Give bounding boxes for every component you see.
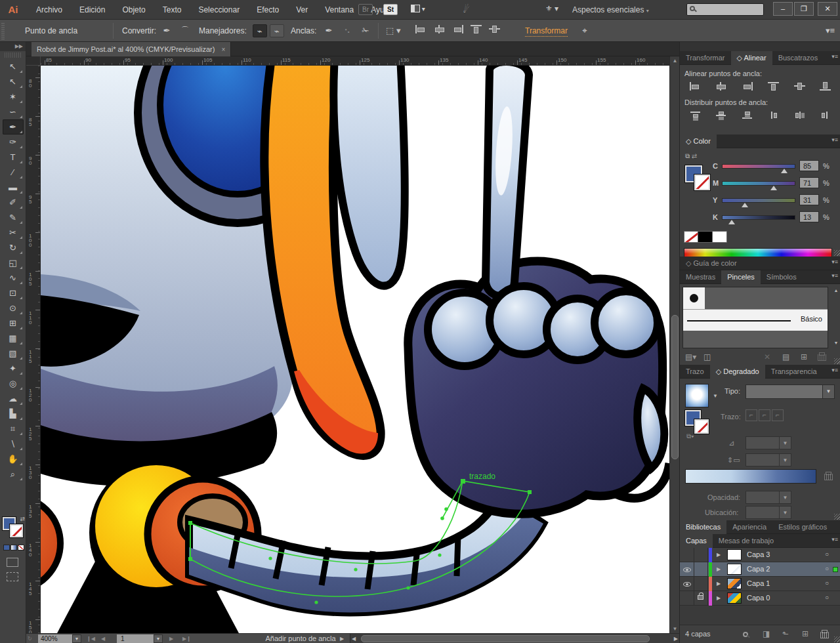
gradient-mode-button[interactable] bbox=[10, 545, 17, 550]
menu-item-ventana[interactable]: Ventana bbox=[316, 0, 362, 20]
curvature-tool[interactable]: ✑ bbox=[3, 135, 24, 150]
tab-buscatrazos[interactable]: Buscatrazos bbox=[772, 51, 824, 65]
zoom-level-field[interactable]: 400% bbox=[38, 634, 72, 643]
minimize-button[interactable]: – bbox=[773, 2, 793, 16]
white-swatch[interactable] bbox=[713, 231, 727, 243]
rotate-tool[interactable]: ↻ bbox=[3, 240, 24, 255]
layer-row-capa-0[interactable]: ▶Capa 0○ bbox=[680, 591, 840, 606]
gradient-thumbnail[interactable] bbox=[685, 384, 709, 407]
canvas[interactable]: trazado bbox=[41, 66, 669, 633]
notifications-bell-icon[interactable]: ⚜ ▾ bbox=[543, 4, 560, 15]
eye-icon[interactable] bbox=[683, 568, 691, 572]
slice-tool[interactable]: ∖ bbox=[3, 436, 24, 451]
visibility-cell[interactable] bbox=[680, 577, 694, 591]
expand-triangle-icon[interactable]: ▶ bbox=[717, 595, 721, 601]
gradient-type-select[interactable]: ▼ bbox=[746, 384, 835, 399]
distribute-right-icon[interactable] bbox=[817, 109, 834, 121]
pen-tool[interactable]: ✒ bbox=[3, 119, 24, 135]
new-brush-icon[interactable]: ⊞ bbox=[801, 352, 807, 362]
layer-target-icon[interactable]: ○ bbox=[825, 550, 829, 558]
channel-slider[interactable] bbox=[722, 164, 795, 169]
transform-bounding-icon[interactable]: ⬚ ▾ bbox=[386, 24, 400, 37]
brush-item-dot[interactable] bbox=[683, 287, 828, 309]
align-anchor-bottom-icon[interactable] bbox=[817, 80, 834, 93]
hand-tool[interactable]: ✋ bbox=[3, 451, 24, 467]
expand-triangle-icon[interactable]: ▶ bbox=[717, 581, 721, 587]
brush-list[interactable]: Básico bbox=[682, 287, 828, 348]
align-anchor-left-icon[interactable] bbox=[686, 80, 704, 93]
stock-icon[interactable]: St bbox=[383, 4, 398, 15]
align-top-icon[interactable] bbox=[469, 24, 483, 37]
cut-path-icon[interactable]: ✁ bbox=[358, 24, 373, 37]
layer-target-icon[interactable]: ○ bbox=[825, 565, 829, 572]
gradient-panel-menu-icon[interactable]: ▾≡ bbox=[831, 367, 838, 373]
scroll-right-icon[interactable]: ▶ bbox=[674, 634, 678, 643]
close-button[interactable]: ✕ bbox=[818, 2, 837, 16]
layer-thumbnail[interactable] bbox=[727, 564, 742, 575]
layer-thumbnail[interactable] bbox=[727, 592, 742, 604]
tab-apariencia[interactable]: Apariencia bbox=[726, 520, 772, 534]
align-middle-icon[interactable] bbox=[487, 24, 501, 37]
horizontal-ruler[interactable]: 8590951001051101151201251301351401451501… bbox=[41, 56, 669, 66]
zoom-dropdown-icon[interactable]: ▼ bbox=[72, 634, 81, 643]
locate-object-icon[interactable] bbox=[743, 630, 748, 639]
ruler-corner[interactable] bbox=[26, 56, 41, 66]
mesh-tool[interactable]: ▦ bbox=[3, 331, 24, 346]
tab-alinear[interactable]: ◇ Alinear bbox=[731, 51, 772, 65]
lock-cell[interactable] bbox=[694, 577, 708, 591]
add-anchor-icon[interactable]: ✒ bbox=[322, 24, 336, 37]
color-mode-button[interactable] bbox=[3, 545, 10, 550]
horizontal-scrollbar[interactable]: ◀ ▶ bbox=[350, 634, 679, 643]
layer-thumbnail[interactable] bbox=[727, 578, 742, 589]
selection-tool[interactable]: ↖ bbox=[3, 59, 24, 74]
eyedropper-tool[interactable]: ✦ bbox=[3, 361, 24, 376]
channel-slider[interactable] bbox=[722, 198, 795, 203]
panel-menu-icon[interactable]: ▾≡ bbox=[831, 53, 838, 60]
library-panel-icon[interactable]: ◫ bbox=[704, 352, 711, 362]
align-left-icon[interactable] bbox=[413, 24, 428, 37]
lock-icon[interactable] bbox=[698, 595, 704, 600]
tab-close-icon[interactable]: × bbox=[221, 46, 225, 53]
hide-handles-button[interactable]: ⌁ bbox=[270, 24, 284, 37]
distribute-hcenter-icon[interactable] bbox=[791, 109, 808, 121]
layer-name[interactable]: Capa 2 bbox=[747, 565, 770, 573]
magic-wand-tool[interactable]: ✶ bbox=[3, 89, 24, 104]
eye-icon[interactable] bbox=[683, 582, 691, 587]
prev-artboard-icon[interactable]: ◀ bbox=[101, 634, 105, 643]
tab-color[interactable]: ◇ Color bbox=[680, 135, 717, 148]
brush-scroll-up-icon[interactable]: ▲ bbox=[832, 288, 840, 293]
gpu-performance-icon[interactable]: ☄ bbox=[458, 2, 475, 16]
make-mask-icon[interactable]: ◨ bbox=[763, 629, 770, 638]
show-handles-button[interactable]: ⌁ bbox=[253, 24, 267, 37]
channel-value[interactable]: 71 bbox=[799, 177, 819, 188]
layer-name[interactable]: Capa 0 bbox=[747, 594, 770, 602]
scroll-down-icon[interactable]: ▼ bbox=[670, 625, 680, 633]
scissors-tool[interactable]: ✂ bbox=[3, 225, 24, 240]
isolate-icon[interactable]: ⌖ bbox=[578, 24, 592, 37]
menu-item-ver[interactable]: Ver bbox=[287, 0, 316, 20]
direct-selection-tool[interactable]: ↖ bbox=[3, 74, 24, 89]
lock-cell[interactable] bbox=[694, 548, 708, 562]
shape-builder-tool[interactable]: ⊙ bbox=[3, 301, 24, 316]
blend-tool[interactable]: ◎ bbox=[3, 376, 24, 391]
gradient-preset-dropdown-icon[interactable]: ▼ bbox=[713, 393, 718, 399]
visibility-cell[interactable] bbox=[680, 591, 694, 606]
vertical-ruler[interactable]: 8 08 59 09 51 0 01 0 51 1 01 1 51 2 01 2… bbox=[26, 66, 41, 633]
menu-item-edicion[interactable]: Edición bbox=[71, 0, 114, 20]
paintbrush-tool[interactable]: ✐ bbox=[3, 195, 24, 210]
screen-mode-button[interactable] bbox=[7, 572, 18, 581]
align-anchor-top-icon[interactable] bbox=[765, 80, 782, 93]
artboard-tool[interactable]: ⌗ bbox=[3, 421, 24, 436]
tab-transformar[interactable]: Transformar bbox=[680, 51, 731, 65]
scale-tool[interactable]: ◱ bbox=[3, 255, 24, 270]
menu-item-objeto[interactable]: Objeto bbox=[114, 0, 154, 20]
tab-capas[interactable]: Capas bbox=[680, 534, 713, 548]
distribute-top-icon[interactable] bbox=[686, 109, 704, 121]
zoom-tool[interactable]: ⌕ bbox=[3, 467, 24, 482]
tab-simbolos[interactable]: Símbolos bbox=[761, 270, 803, 284]
layers-panel-menu-icon[interactable]: ▾≡ bbox=[831, 536, 838, 543]
menu-item-seleccionar[interactable]: Seleccionar bbox=[190, 0, 248, 20]
layer-row-capa-2[interactable]: ▶Capa 2○ bbox=[680, 562, 840, 577]
layer-thumbnail[interactable] bbox=[727, 549, 742, 560]
brush-options-icon[interactable]: ▤ bbox=[782, 352, 789, 362]
